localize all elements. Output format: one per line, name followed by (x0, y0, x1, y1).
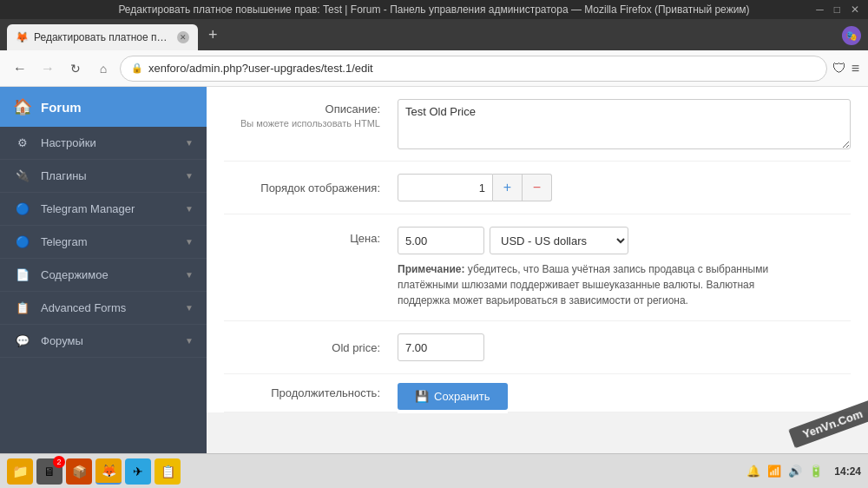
tab-favicon: 🦊 (16, 31, 29, 43)
taskbar: 📁 🖥 2 📦 🦊 ✈ 📋 🔔 📶 🔊 🔋 14:24 (0, 453, 868, 488)
description-label: Описание: (224, 102, 380, 115)
shield-icon[interactable]: 🛡 (832, 61, 846, 76)
old-price-label: Old price: (224, 341, 380, 354)
taskbar-badge: 2 (53, 456, 65, 468)
form-row-price: Цена: USD - US dollars EUR - Euro GBP - … (224, 214, 851, 321)
price-note-bold: Примечание: (398, 263, 465, 275)
form-container: Описание: Вы можете использовать HTML Te… (207, 87, 868, 412)
main-layout: 🏠 Forum ⚙ Настройки ▼ 🔌 Плагины ▼ 🔵 Tele… (0, 87, 868, 453)
telegram-arrow-icon: ▼ (185, 237, 194, 247)
address-text: xenforo/admin.php?user-upgrades/test.1/e… (148, 62, 373, 75)
advanced-forms-arrow-icon: ▼ (185, 303, 194, 313)
display-order-increment-button[interactable]: + (493, 174, 523, 201)
form-row-display-order: Порядок отображения: + − (224, 162, 851, 214)
old-price-input-col (398, 333, 851, 361)
title-bar-text: Редактировать платное повышение прав: Te… (118, 3, 749, 16)
taskbar-notification-icon[interactable]: 🔔 (746, 465, 760, 478)
menu-icon[interactable]: ≡ (852, 61, 859, 76)
taskbar-icon-telegram[interactable]: ✈ (125, 458, 151, 485)
plugins-arrow-icon: ▼ (185, 171, 194, 181)
currency-select[interactable]: USD - US dollars EUR - Euro GBP - Britis… (490, 227, 628, 254)
sidebar-title: Forum (41, 100, 82, 115)
firefox-private-icon: 🎭 (842, 26, 861, 45)
telegram-manager-icon: 🔵 (13, 202, 32, 215)
minimize-button[interactable]: ─ (816, 3, 824, 16)
sidebar-home-icon: 🏠 (13, 97, 32, 116)
tab-label: Редактировать платное повы... (34, 31, 172, 43)
telegram-manager-arrow-icon: ▼ (185, 204, 194, 214)
display-order-input-col: + − (398, 174, 851, 201)
sidebar: 🏠 Forum ⚙ Настройки ▼ 🔌 Плагины ▼ 🔵 Tele… (0, 87, 207, 453)
save-label: Сохранить (434, 390, 490, 403)
sidebar-item-label: Настройки (41, 136, 185, 149)
tab-close-button[interactable]: ✕ (177, 31, 189, 43)
sidebar-item-settings[interactable]: ⚙ Настройки ▼ (0, 127, 207, 160)
sidebar-item-label: Форумы (41, 334, 185, 347)
price-label: Цена: (224, 232, 380, 245)
address-lock-icon: 🔒 (131, 63, 143, 74)
taskbar-icon-files[interactable]: 📁 (7, 458, 33, 485)
taskbar-icon-fox[interactable]: 🦊 (95, 458, 122, 485)
price-label-col: Цена: (224, 227, 398, 245)
taskbar-battery-icon[interactable]: 🔋 (809, 465, 823, 478)
back-button[interactable]: ← (9, 57, 31, 80)
sidebar-item-content[interactable]: 📄 Содержимое ▼ (0, 259, 207, 292)
sidebar-item-label: Telegram (41, 235, 185, 248)
display-order-decrement-button[interactable]: − (523, 174, 552, 201)
address-bar[interactable]: 🔒 xenforo/admin.php?user-upgrades/test.1… (120, 56, 827, 82)
price-note: Примечание: убедитесь, что Ваша учётная … (398, 261, 797, 308)
save-button[interactable]: 💾 Сохранить (398, 383, 508, 410)
save-button-area: 💾 Сохранить (398, 376, 508, 413)
old-price-label-col: Old price: (224, 341, 398, 354)
save-icon: 💾 (415, 390, 429, 403)
sidebar-header[interactable]: 🏠 Forum (0, 87, 207, 127)
taskbar-time: 14:24 (830, 465, 861, 478)
nav-right-icons: 🛡 ≡ (832, 61, 859, 76)
content-icon: 📄 (13, 268, 32, 281)
sidebar-item-label: Содержимое (41, 268, 185, 281)
title-bar: Редактировать платное повышение прав: Te… (0, 0, 868, 19)
forums-icon: 💬 (13, 334, 32, 347)
price-controls: USD - US dollars EUR - Euro GBP - Britis… (398, 227, 851, 254)
form-row-description: Описание: Вы можете использовать HTML Te… (224, 87, 851, 162)
description-input-col: Test Old Price (398, 99, 851, 152)
taskbar-icon-app3[interactable]: 📦 (66, 458, 92, 485)
form-row-old-price: Old price: (224, 321, 851, 374)
settings-arrow-icon: ▼ (185, 138, 194, 148)
description-textarea[interactable]: Test Old Price (398, 99, 851, 149)
sidebar-item-label: Плагины (41, 169, 185, 182)
advanced-forms-icon: 📋 (13, 301, 32, 314)
tab-bar: 🦊 Редактировать платное повы... ✕ + 🎭 (0, 19, 868, 50)
new-tab-button[interactable]: + (201, 26, 225, 44)
plugins-icon: 🔌 (13, 169, 32, 182)
sidebar-item-advanced-forms[interactable]: 📋 Advanced Forms ▼ (0, 292, 207, 325)
content-area: Описание: Вы можете использовать HTML Te… (207, 87, 868, 453)
home-button[interactable]: ⌂ (92, 57, 115, 80)
display-order-input[interactable] (398, 174, 493, 201)
sidebar-item-telegram-manager[interactable]: 🔵 Telegram Manager ▼ (0, 193, 207, 226)
taskbar-icon-app6[interactable]: 📋 (155, 458, 181, 485)
sidebar-item-telegram[interactable]: 🔵 Telegram ▼ (0, 226, 207, 259)
price-input[interactable] (398, 227, 484, 254)
sidebar-item-plugins[interactable]: 🔌 Плагины ▼ (0, 160, 207, 193)
close-button[interactable]: ✕ (851, 3, 859, 16)
duration-label: Продолжительность: (224, 386, 380, 399)
nav-bar: ← → ↻ ⌂ 🔒 xenforo/admin.php?user-upgrade… (0, 50, 868, 87)
taskbar-icon-app2[interactable]: 🖥 2 (36, 458, 62, 485)
content-arrow-icon: ▼ (185, 270, 194, 280)
forward-button[interactable]: → (36, 57, 59, 80)
display-order-label-col: Порядок отображения: (224, 181, 398, 195)
reload-button[interactable]: ↻ (64, 57, 87, 80)
sidebar-item-label: Telegram Manager (41, 202, 185, 215)
taskbar-wifi-icon[interactable]: 🔊 (788, 465, 802, 478)
old-price-input[interactable] (398, 333, 484, 361)
taskbar-right-section: 🔔 📶 🔊 🔋 14:24 (746, 465, 861, 478)
maximize-button[interactable]: □ (834, 3, 840, 16)
sidebar-item-forums[interactable]: 💬 Форумы ▼ (0, 325, 207, 358)
settings-icon: ⚙ (13, 136, 32, 149)
taskbar-network-icon[interactable]: 📶 (767, 465, 781, 478)
window-controls[interactable]: ─ □ ✕ (816, 3, 859, 16)
form-row-duration: Продолжительность: Постоянно 💾 Сохранить (224, 374, 851, 412)
active-tab[interactable]: 🦊 Редактировать платное повы... ✕ (7, 24, 198, 50)
display-order-label: Порядок отображения: (224, 181, 380, 195)
